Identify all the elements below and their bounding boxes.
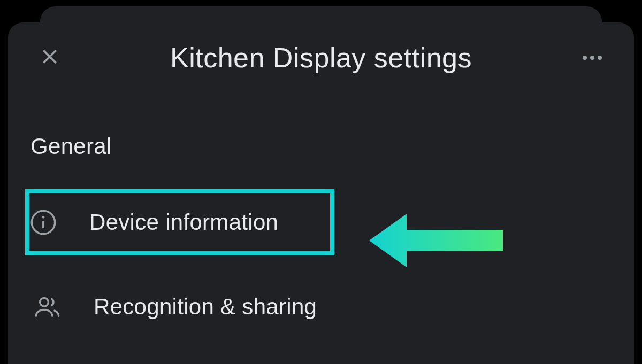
list-item-recognition-sharing[interactable]: Recognition & sharing	[29, 278, 613, 336]
svg-point-5	[40, 298, 49, 307]
modal-title: Kitchen Display settings	[170, 42, 472, 74]
people-icon	[34, 293, 62, 321]
list-item-label: Recognition & sharing	[94, 294, 317, 320]
svg-point-4	[42, 216, 45, 219]
section-header-general: General	[29, 134, 613, 159]
close-button[interactable]	[37, 45, 63, 71]
list-item-label: Device information	[89, 210, 278, 235]
settings-modal: Kitchen Display settings General Device …	[8, 22, 634, 364]
modal-header: Kitchen Display settings	[8, 22, 634, 71]
close-icon	[39, 46, 60, 69]
info-icon	[29, 208, 57, 236]
more-button[interactable]	[579, 45, 605, 71]
modal-content: General Device information Rec	[8, 71, 634, 336]
more-horizontal-icon	[583, 56, 602, 60]
list-item-device-information[interactable]: Device information	[25, 189, 334, 255]
